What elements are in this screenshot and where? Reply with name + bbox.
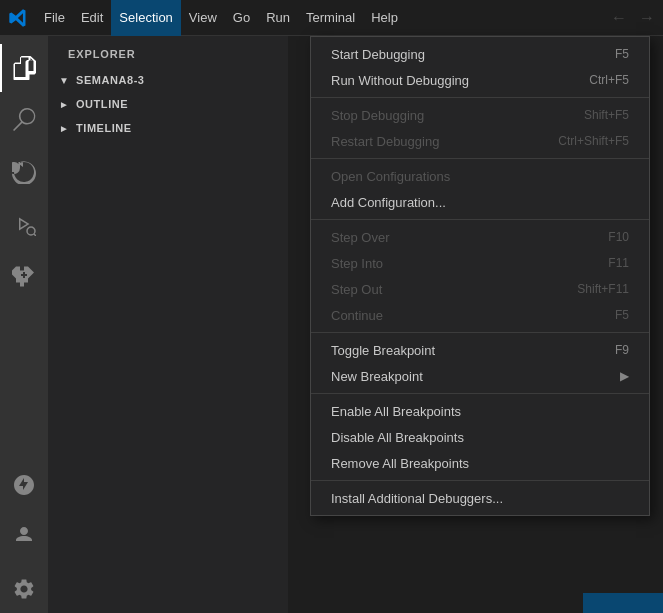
- menu-remove-all-breakpoints[interactable]: Remove All Breakpoints: [311, 450, 649, 476]
- sidebar-item-accounts[interactable]: [0, 513, 48, 561]
- menu-help[interactable]: Help: [363, 0, 406, 36]
- chevron-right-icon-2: ►: [56, 120, 72, 136]
- sidebar-section-timeline[interactable]: ► TIMELINE: [48, 116, 288, 140]
- menu-item-label: Restart Debugging: [331, 134, 439, 149]
- sidebar-section-label-semana8: SEMANA8-3: [76, 74, 145, 86]
- run-menu-dropdown: Start Debugging F5 Run Without Debugging…: [310, 36, 650, 516]
- menu-toggle-breakpoint[interactable]: Toggle Breakpoint F9: [311, 337, 649, 363]
- forward-button[interactable]: →: [635, 6, 659, 30]
- menu-item-label: Step Out: [331, 282, 382, 297]
- menu-start-debugging[interactable]: Start Debugging F5: [311, 41, 649, 67]
- shortcut-label: Shift+F11: [577, 282, 629, 296]
- sidebar-title: EXPLORER: [48, 36, 288, 68]
- submenu-arrow-icon: ▶: [620, 369, 629, 383]
- separator-3: [311, 219, 649, 220]
- sidebar: EXPLORER ▼ SEMANA8-3 ► OUTLINE ► TIMELIN…: [48, 36, 288, 613]
- back-button[interactable]: ←: [607, 6, 631, 30]
- menu-continue[interactable]: Continue F5: [311, 302, 649, 328]
- sidebar-item-search[interactable]: [0, 96, 48, 144]
- menu-edit[interactable]: Edit: [73, 0, 111, 36]
- menu-selection[interactable]: Selection: [111, 0, 180, 36]
- menu-restart-debugging[interactable]: Restart Debugging Ctrl+Shift+F5: [311, 128, 649, 154]
- sidebar-section-semana8[interactable]: ▼ SEMANA8-3: [48, 68, 288, 92]
- vscode-logo: [4, 0, 32, 36]
- shortcut-label: Ctrl+Shift+F5: [558, 134, 629, 148]
- menu-item-label: Open Configurations: [331, 169, 450, 184]
- shortcut-label: F9: [615, 343, 629, 357]
- shortcut-label: Shift+F5: [584, 108, 629, 122]
- chevron-right-icon: ►: [56, 96, 72, 112]
- sidebar-section-label-outline: OUTLINE: [76, 98, 128, 110]
- menu-terminal[interactable]: Terminal: [298, 0, 363, 36]
- menu-file[interactable]: File: [36, 0, 73, 36]
- svg-point-0: [27, 227, 35, 235]
- separator-6: [311, 480, 649, 481]
- status-bar-item: [583, 593, 663, 613]
- menu-item-label: Run Without Debugging: [331, 73, 469, 88]
- separator-4: [311, 332, 649, 333]
- menu-stop-debugging[interactable]: Stop Debugging Shift+F5: [311, 102, 649, 128]
- menu-step-over[interactable]: Step Over F10: [311, 224, 649, 250]
- menu-item-label: Install Additional Debuggers...: [331, 491, 503, 506]
- menu-run[interactable]: Run: [258, 0, 298, 36]
- shortcut-label: F5: [615, 47, 629, 61]
- menu-add-configuration[interactable]: Add Configuration...: [311, 189, 649, 215]
- menu-item-label: Start Debugging: [331, 47, 425, 62]
- menu-install-debuggers[interactable]: Install Additional Debuggers...: [311, 485, 649, 511]
- menu-item-label: Disable All Breakpoints: [331, 430, 464, 445]
- shortcut-label: F10: [608, 230, 629, 244]
- menu-item-label: Step Into: [331, 256, 383, 271]
- separator-5: [311, 393, 649, 394]
- separator-1: [311, 97, 649, 98]
- menu-item-label: Step Over: [331, 230, 390, 245]
- shortcut-label: Ctrl+F5: [589, 73, 629, 87]
- shortcut-label: F11: [608, 256, 629, 270]
- menu-item-label: Remove All Breakpoints: [331, 456, 469, 471]
- menu-run-without-debugging[interactable]: Run Without Debugging Ctrl+F5: [311, 67, 649, 93]
- chevron-down-icon: ▼: [56, 72, 72, 88]
- sidebar-section-outline[interactable]: ► OUTLINE: [48, 92, 288, 116]
- menu-item-label: Toggle Breakpoint: [331, 343, 435, 358]
- menu-go[interactable]: Go: [225, 0, 258, 36]
- nav-buttons: ← →: [607, 6, 659, 30]
- shortcut-label: F5: [615, 308, 629, 322]
- sidebar-item-settings[interactable]: [0, 565, 48, 613]
- sidebar-item-remote[interactable]: [0, 461, 48, 509]
- menu-step-into[interactable]: Step Into F11: [311, 250, 649, 276]
- menu-item-label: Add Configuration...: [331, 195, 446, 210]
- menu-item-label: Stop Debugging: [331, 108, 424, 123]
- menu-item-label: Continue: [331, 308, 383, 323]
- sidebar-section-label-timeline: TIMELINE: [76, 122, 132, 134]
- menu-step-out[interactable]: Step Out Shift+F11: [311, 276, 649, 302]
- menu-enable-all-breakpoints[interactable]: Enable All Breakpoints: [311, 398, 649, 424]
- sidebar-item-explorer[interactable]: [0, 44, 48, 92]
- menu-new-breakpoint[interactable]: New Breakpoint ▶: [311, 363, 649, 389]
- sidebar-item-source-control[interactable]: [0, 148, 48, 196]
- menu-disable-all-breakpoints[interactable]: Disable All Breakpoints: [311, 424, 649, 450]
- activity-bar: [0, 36, 48, 613]
- menu-view[interactable]: View: [181, 0, 225, 36]
- menubar: File Edit Selection View Go Run Terminal…: [0, 0, 663, 36]
- menu-open-configurations[interactable]: Open Configurations: [311, 163, 649, 189]
- sidebar-item-extensions[interactable]: [0, 252, 48, 300]
- menu-item-label: Enable All Breakpoints: [331, 404, 461, 419]
- svg-line-1: [34, 234, 36, 236]
- sidebar-item-run[interactable]: [0, 200, 48, 248]
- menu-item-label: New Breakpoint: [331, 369, 423, 384]
- separator-2: [311, 158, 649, 159]
